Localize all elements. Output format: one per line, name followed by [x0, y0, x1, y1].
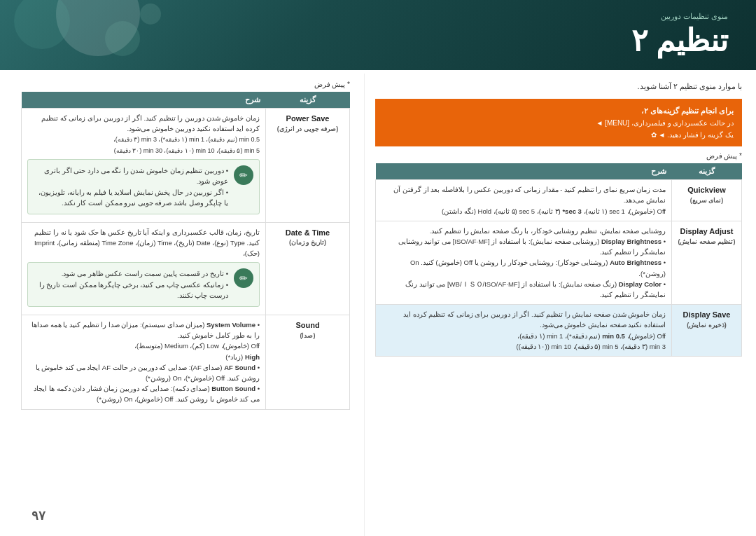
power-save-desc: زمان خاموش شدن دوربین را تنظیم کنید. اگر… [22, 109, 266, 223]
display-save-option: Display Save (ذخیره نمایش) [672, 305, 742, 357]
header-text: منوی تنظیمات دوربین تنظیم ۲ [631, 12, 728, 59]
power-save-note: ✏ • دوربین تنظیم زمان خاموش شدن را نگه م… [27, 159, 260, 214]
datetime-desc: تاریخ، زمان، قالب عکسبرداری و اینکه آیا … [22, 222, 266, 315]
page-header: منوی تنظیمات دوربین تنظیم ۲ [0, 0, 756, 70]
quickview-option: Quickview (نمای سریع) [672, 180, 742, 221]
left-settings-table: گزینه شرح Power Save (صرفه جویی در انرژی… [21, 92, 350, 410]
note-icon-pencil-2: ✏ [234, 268, 253, 288]
left-column: * پیش فرض گزینه شرح Power Save (صرفه جوی… [0, 74, 364, 536]
display-adjust-option: Display Adjust (تنظیم صفحه نمایش) [672, 221, 742, 304]
menu-button-line2: یک گزینه را فشار دهید. ◄ ✿ [384, 129, 734, 141]
page-number: ۹۷ [31, 508, 46, 523]
right-column: با موارد منوی تنظیم ۲ آشنا شوید. برای ان… [364, 74, 756, 536]
power-save-option: Power Save (صرفه جویی در انرژی) [266, 109, 350, 223]
quickview-desc: مدت زمان سریع نمای را تنظیم کنید - مقدار… [376, 180, 672, 221]
datetime-option: Date & Time (تاریخ و زمان) [266, 222, 350, 315]
left-col-desc-header: شرح [22, 92, 266, 109]
table-row: Display Save (ذخیره نمایش) زمان خاموش شد… [376, 305, 742, 357]
header-title: تنظیم ۲ [631, 22, 728, 59]
display-save-desc: زمان خاموش شدن صفحه نمایش را تنظیم کنید.… [376, 305, 672, 357]
left-col-option-header: گزینه [266, 92, 350, 109]
main-content: * پیش فرض گزینه شرح Power Save (صرفه جوی… [0, 74, 756, 536]
table-row: Display Adjust (تنظیم صفحه نمایش) روشنای… [376, 221, 742, 304]
right-col-option-header: گزینه [672, 163, 742, 180]
sound-option: Sound (صدا) [266, 315, 350, 410]
menu-button-title: برای انجام تنظیم گزینه‌های ۲، [384, 104, 734, 118]
left-default-note: * پیش فرض [21, 81, 350, 88]
right-default-note: * پیش فرض [375, 152, 742, 160]
table-row: Power Save (صرفه جویی در انرژی) زمان خام… [22, 109, 350, 223]
table-row: Sound (صدا) • System Volume (میزان صدای … [22, 315, 350, 410]
menu-button-line1: در حالت عکسبرداری و فیلمبرداری، [MENU] ◄ [384, 117, 734, 129]
intro-text: با موارد منوی تنظیم ۲ آشنا شوید. [375, 81, 742, 93]
header-subtitle: منوی تنظیمات دوربین [631, 12, 728, 21]
right-settings-table: گزینه شرح Quickview (نمای سریع) مدت زمان… [375, 163, 742, 357]
sound-desc: • System Volume (میزان صدای سیستم): میزا… [22, 315, 266, 410]
table-row: Quickview (نمای سریع) مدت زمان سریع نمای… [376, 180, 742, 221]
note-icon-pencil: ✏ [234, 165, 253, 185]
datetime-note: ✏ • تاریخ در قسمت پایین سمت راست عکس ظاه… [27, 262, 260, 307]
menu-button-area: برای انجام تنظیم گزینه‌های ۲، در حالت عک… [375, 99, 742, 147]
table-row: Date & Time (تاریخ و زمان) تاریخ، زمان، … [22, 222, 350, 315]
display-adjust-desc: روشنایی صفحه نمایش، تنظیم روشنایی خودکار… [376, 221, 672, 304]
right-col-desc-header: شرح [376, 163, 672, 180]
